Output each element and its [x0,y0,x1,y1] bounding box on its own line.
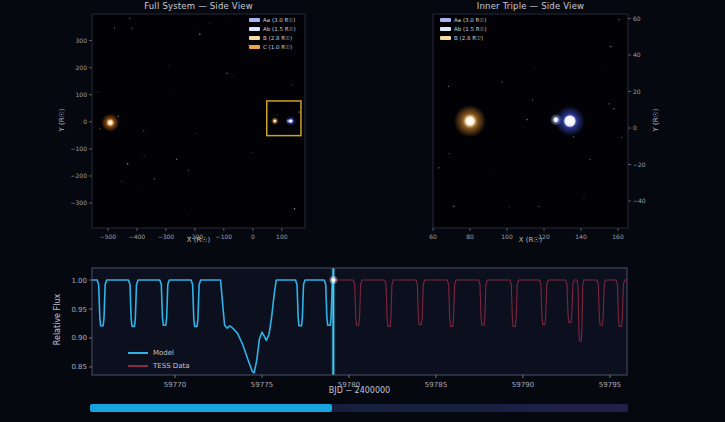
lightcurve-plot: 5977059775597805978559790597951.000.950.… [50,262,660,392]
lightcurve-xlabel: BJD − 2400000 [92,386,627,395]
legend-label: TESS Data [153,362,190,370]
y-tick-label: −40 [633,197,646,204]
current-time-dot [331,278,335,282]
y-tick-label: 0.90 [71,334,87,342]
legend-swatch-B [440,36,451,40]
model-line-swatch [128,352,148,354]
inner-triple-plot: 60801001201401606040200−20−40 [428,12,678,254]
legend-swatch-Ab [249,27,260,31]
legend-swatch-Ab [440,27,451,31]
legend-label: Ab (1.5 R☉) [263,26,296,32]
legend-label: C (1.0 R☉) [263,44,292,50]
simulation-view: Full System — Side View Inner Triple — S… [0,0,725,422]
legend-item: Aa (3.0 R☉) [249,16,296,23]
legend-item: TESS Data [128,361,190,371]
y-tick-label: 60 [633,15,641,22]
full-system-ylabel: Y (R☉) [58,80,66,160]
legend-item: C (1.0 R☉) [249,43,296,50]
y-tick-label: 0.95 [71,306,87,314]
legend-item: Aa (3.0 R☉) [440,16,487,23]
legend-label: B (2.8 R☉) [263,35,292,41]
legend-item: Ab (1.5 R☉) [249,25,296,32]
legend-item: Ab (1.5 R☉) [440,25,487,32]
y-tick-label: −20 [633,161,646,168]
legend-item: B (2.8 R☉) [440,34,487,41]
y-tick-label: 200 [76,64,88,71]
timeline-progress-bar[interactable] [90,404,628,412]
y-tick-label: 0 [633,124,637,131]
legend-swatch-B [249,36,260,40]
y-tick-label: 0.85 [71,363,87,371]
y-tick-label: 300 [76,37,88,44]
y-tick-label: 40 [633,51,641,58]
legend-label: Aa (3.0 R☉) [454,17,486,23]
legend-item: Model [128,348,190,358]
legend-label: Ab (1.5 R☉) [454,26,487,32]
y-tick-label: 100 [76,91,88,98]
lightcurve-legend: Model TESS Data [128,348,190,371]
inner-triple-title: Inner Triple — Side View [433,1,628,11]
inner-triple-xlabel: X (R☉) [433,236,628,244]
y-tick-label: −200 [71,172,88,179]
y-tick-label: 1.00 [71,277,87,285]
y-tick-label: 0 [83,118,87,125]
legend-swatch-C [249,45,260,49]
y-tick-label: −100 [71,145,88,152]
lightcurve-ylabel: Relative Flux [53,260,62,380]
legend-item: B (2.8 R☉) [249,34,296,41]
legend-label: B (2.8 R☉) [454,35,483,41]
legend-swatch-Aa [440,18,451,22]
full-system-legend: Aa (3.0 R☉) Ab (1.5 R☉) B (2.8 R☉) C (1.… [249,16,296,50]
full-system-xlabel: X (R☉) [92,236,305,244]
inner-triple-ylabel: Y (R☉) [652,80,660,160]
tess-line-swatch [128,365,148,367]
timeline-progress-fill [90,404,332,412]
inner-triple-legend: Aa (3.0 R☉) Ab (1.5 R☉) B (2.8 R☉) [440,16,487,41]
legend-label: Aa (3.0 R☉) [263,17,295,23]
full-system-title: Full System — Side View [92,1,305,11]
y-tick-label: 20 [633,88,641,95]
legend-label: Model [153,349,174,357]
legend-swatch-Aa [249,18,260,22]
y-tick-label: −300 [71,199,88,206]
